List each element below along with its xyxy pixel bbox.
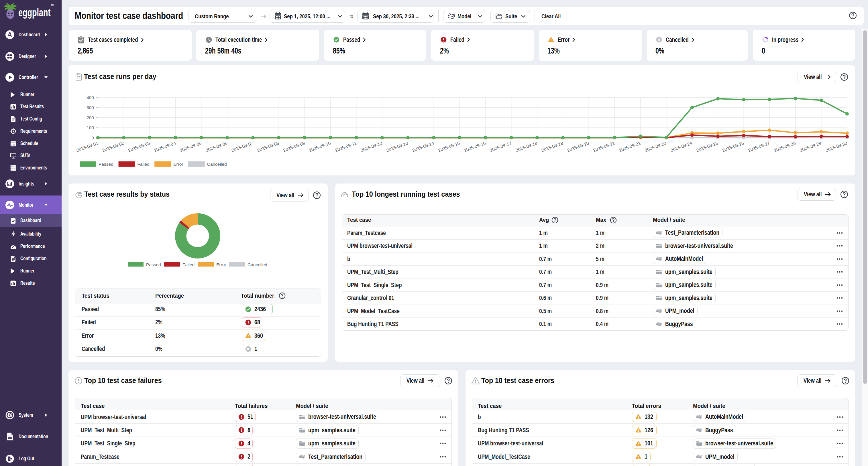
svg-text:2025-09-24: 2025-09-24 <box>670 140 693 153</box>
svg-text:2025-09-29: 2025-09-29 <box>799 140 822 153</box>
svg-text:2025-09-16: 2025-09-16 <box>463 140 486 153</box>
svg-text:Error: Error <box>216 262 226 267</box>
svg-text:2025-09-25: 2025-09-25 <box>696 140 719 153</box>
svg-text:2025-09-18: 2025-09-18 <box>515 140 538 153</box>
svg-text:Passed: Passed <box>146 262 161 267</box>
svg-text:2025-09-12: 2025-09-12 <box>360 140 383 153</box>
svg-text:Cancelled: Cancelled <box>248 262 267 267</box>
svg-text:2025-09-13: 2025-09-13 <box>386 140 409 153</box>
svg-text:2025-09-21: 2025-09-21 <box>592 140 615 153</box>
svg-text:2025-09-15: 2025-09-15 <box>437 140 460 153</box>
svg-text:2025-09-17: 2025-09-17 <box>489 140 512 153</box>
svg-text:2025-09-23: 2025-09-23 <box>644 140 667 153</box>
svg-text:2025-09-30: 2025-09-30 <box>825 140 848 153</box>
svg-text:2025-09-27: 2025-09-27 <box>747 140 770 153</box>
svg-text:Failed: Failed <box>183 262 194 267</box>
svg-text:2025-09-14: 2025-09-14 <box>412 140 435 153</box>
svg-text:2025-09-28: 2025-09-28 <box>773 140 796 153</box>
svg-text:2025-09-26: 2025-09-26 <box>722 140 745 153</box>
svg-text:2025-09-20: 2025-09-20 <box>567 140 590 153</box>
svg-text:2025-09-19: 2025-09-19 <box>541 140 564 153</box>
svg-text:2025-09-22: 2025-09-22 <box>618 140 641 153</box>
